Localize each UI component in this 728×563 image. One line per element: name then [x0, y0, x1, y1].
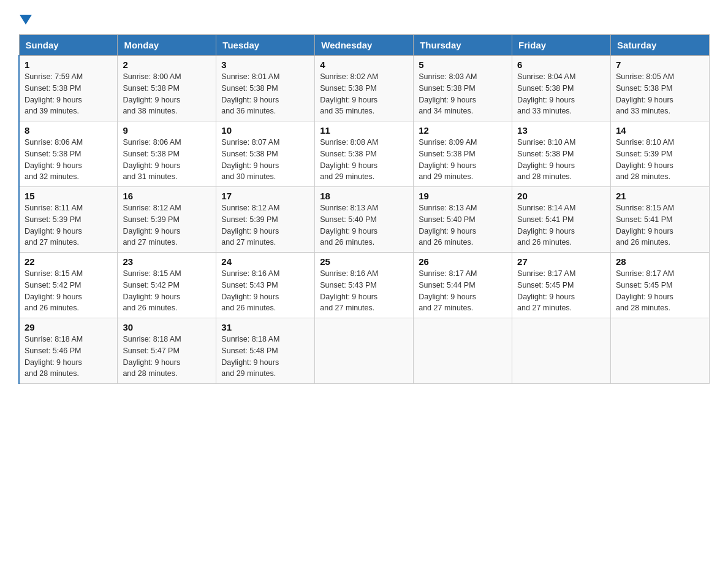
day-number: 22: [25, 256, 112, 267]
day-info: Sunrise: 7:59 AMSunset: 5:38 PMDaylight:…: [25, 71, 112, 117]
header-saturday: Saturday: [611, 35, 710, 56]
day-info: Sunrise: 8:02 AMSunset: 5:38 PMDaylight:…: [320, 71, 408, 117]
day-info: Sunrise: 8:10 AMSunset: 5:39 PMDaylight:…: [616, 137, 704, 183]
day-info: Sunrise: 8:15 AMSunset: 5:42 PMDaylight:…: [25, 268, 112, 314]
calendar-cell: [512, 318, 611, 384]
day-number: 6: [517, 59, 605, 70]
day-number: 2: [123, 59, 211, 70]
day-number: 9: [123, 125, 211, 136]
day-number: 19: [419, 191, 507, 201]
day-info: Sunrise: 8:03 AMSunset: 5:38 PMDaylight:…: [419, 71, 507, 117]
calendar-table: SundayMondayTuesdayWednesdayThursdayFrid…: [18, 34, 710, 384]
day-number: 25: [320, 256, 408, 267]
day-info: Sunrise: 8:12 AMSunset: 5:39 PMDaylight:…: [221, 202, 309, 248]
calendar-cell: [414, 318, 512, 384]
day-number: 8: [25, 125, 112, 136]
day-info: Sunrise: 8:00 AMSunset: 5:38 PMDaylight:…: [123, 71, 211, 117]
calendar-cell: 3Sunrise: 8:01 AMSunset: 5:38 PMDaylight…: [216, 56, 315, 121]
calendar-cell: 15Sunrise: 8:11 AMSunset: 5:39 PMDayligh…: [19, 187, 118, 253]
calendar-cell: [315, 318, 414, 384]
calendar-cell: 2Sunrise: 8:00 AMSunset: 5:38 PMDaylight…: [118, 56, 216, 121]
day-info: Sunrise: 8:10 AMSunset: 5:38 PMDaylight:…: [517, 137, 605, 183]
header-thursday: Thursday: [414, 35, 512, 56]
day-number: 20: [517, 191, 605, 201]
calendar-cell: 18Sunrise: 8:13 AMSunset: 5:40 PMDayligh…: [315, 187, 414, 253]
day-info: Sunrise: 8:15 AMSunset: 5:41 PMDaylight:…: [616, 202, 704, 248]
day-info: Sunrise: 8:17 AMSunset: 5:45 PMDaylight:…: [616, 268, 704, 314]
header-tuesday: Tuesday: [216, 35, 315, 56]
calendar-cell: 19Sunrise: 8:13 AMSunset: 5:40 PMDayligh…: [414, 187, 512, 253]
day-info: Sunrise: 8:07 AMSunset: 5:38 PMDaylight:…: [221, 137, 309, 183]
day-info: Sunrise: 8:17 AMSunset: 5:44 PMDaylight:…: [419, 268, 507, 314]
calendar-cell: 1Sunrise: 7:59 AMSunset: 5:38 PMDaylight…: [19, 56, 118, 121]
page-header: [18, 12, 710, 22]
calendar-cell: 31Sunrise: 8:18 AMSunset: 5:48 PMDayligh…: [216, 318, 315, 384]
day-info: Sunrise: 8:06 AMSunset: 5:38 PMDaylight:…: [123, 137, 211, 183]
calendar-cell: 6Sunrise: 8:04 AMSunset: 5:38 PMDaylight…: [512, 56, 611, 121]
calendar-cell: 26Sunrise: 8:17 AMSunset: 5:44 PMDayligh…: [414, 253, 512, 318]
day-info: Sunrise: 8:06 AMSunset: 5:38 PMDaylight:…: [25, 137, 112, 183]
header-sunday: Sunday: [19, 35, 118, 56]
day-info: Sunrise: 8:18 AMSunset: 5:46 PMDaylight:…: [25, 334, 112, 380]
logo-general: [18, 12, 32, 25]
calendar-header-row: SundayMondayTuesdayWednesdayThursdayFrid…: [19, 35, 710, 56]
day-info: Sunrise: 8:01 AMSunset: 5:38 PMDaylight:…: [221, 71, 309, 117]
day-info: Sunrise: 8:04 AMSunset: 5:38 PMDaylight:…: [517, 71, 605, 117]
header-wednesday: Wednesday: [315, 35, 414, 56]
calendar-week-row: 8Sunrise: 8:06 AMSunset: 5:38 PMDaylight…: [19, 121, 710, 187]
day-info: Sunrise: 8:17 AMSunset: 5:45 PMDaylight:…: [517, 268, 605, 314]
calendar-cell: 17Sunrise: 8:12 AMSunset: 5:39 PMDayligh…: [216, 187, 315, 253]
day-info: Sunrise: 8:09 AMSunset: 5:38 PMDaylight:…: [419, 137, 507, 183]
day-info: Sunrise: 8:14 AMSunset: 5:41 PMDaylight:…: [517, 202, 605, 248]
day-info: Sunrise: 8:13 AMSunset: 5:40 PMDaylight:…: [419, 202, 507, 248]
day-number: 31: [221, 322, 309, 332]
day-number: 26: [419, 256, 507, 267]
day-number: 10: [221, 125, 309, 136]
day-number: 17: [221, 191, 309, 201]
day-number: 15: [25, 191, 112, 201]
day-info: Sunrise: 8:13 AMSunset: 5:40 PMDaylight:…: [320, 202, 408, 248]
calendar-cell: 11Sunrise: 8:08 AMSunset: 5:38 PMDayligh…: [315, 121, 414, 187]
calendar-cell: 14Sunrise: 8:10 AMSunset: 5:39 PMDayligh…: [611, 121, 710, 187]
day-number: 3: [221, 59, 309, 70]
day-number: 24: [221, 256, 309, 267]
day-info: Sunrise: 8:15 AMSunset: 5:42 PMDaylight:…: [123, 268, 211, 314]
day-number: 12: [419, 125, 507, 136]
day-number: 13: [517, 125, 605, 136]
day-info: Sunrise: 8:05 AMSunset: 5:38 PMDaylight:…: [616, 71, 704, 117]
day-info: Sunrise: 8:12 AMSunset: 5:39 PMDaylight:…: [123, 202, 211, 248]
calendar-cell: 16Sunrise: 8:12 AMSunset: 5:39 PMDayligh…: [118, 187, 216, 253]
day-number: 28: [616, 256, 704, 267]
day-info: Sunrise: 8:11 AMSunset: 5:39 PMDaylight:…: [25, 202, 112, 248]
header-monday: Monday: [118, 35, 216, 56]
calendar-cell: 8Sunrise: 8:06 AMSunset: 5:38 PMDaylight…: [19, 121, 118, 187]
calendar-cell: 25Sunrise: 8:16 AMSunset: 5:43 PMDayligh…: [315, 253, 414, 318]
day-info: Sunrise: 8:16 AMSunset: 5:43 PMDaylight:…: [221, 268, 309, 314]
day-number: 18: [320, 191, 408, 201]
calendar-cell: 30Sunrise: 8:18 AMSunset: 5:47 PMDayligh…: [118, 318, 216, 384]
logo: [18, 12, 32, 22]
calendar-cell: 28Sunrise: 8:17 AMSunset: 5:45 PMDayligh…: [611, 253, 710, 318]
day-number: 7: [616, 59, 704, 70]
day-info: Sunrise: 8:18 AMSunset: 5:47 PMDaylight:…: [123, 334, 211, 380]
calendar-cell: 12Sunrise: 8:09 AMSunset: 5:38 PMDayligh…: [414, 121, 512, 187]
day-number: 21: [616, 191, 704, 201]
day-number: 16: [123, 191, 211, 201]
calendar-cell: [611, 318, 710, 384]
day-info: Sunrise: 8:18 AMSunset: 5:48 PMDaylight:…: [221, 334, 309, 380]
calendar-cell: 24Sunrise: 8:16 AMSunset: 5:43 PMDayligh…: [216, 253, 315, 318]
calendar-cell: 27Sunrise: 8:17 AMSunset: 5:45 PMDayligh…: [512, 253, 611, 318]
calendar-cell: 20Sunrise: 8:14 AMSunset: 5:41 PMDayligh…: [512, 187, 611, 253]
day-number: 5: [419, 59, 507, 70]
day-number: 1: [25, 59, 112, 70]
calendar-cell: 13Sunrise: 8:10 AMSunset: 5:38 PMDayligh…: [512, 121, 611, 187]
calendar-cell: 21Sunrise: 8:15 AMSunset: 5:41 PMDayligh…: [611, 187, 710, 253]
day-number: 29: [25, 322, 112, 332]
calendar-week-row: 15Sunrise: 8:11 AMSunset: 5:39 PMDayligh…: [19, 187, 710, 253]
day-number: 23: [123, 256, 211, 267]
day-number: 14: [616, 125, 704, 136]
day-number: 27: [517, 256, 605, 267]
calendar-cell: 9Sunrise: 8:06 AMSunset: 5:38 PMDaylight…: [118, 121, 216, 187]
calendar-cell: 7Sunrise: 8:05 AMSunset: 5:38 PMDaylight…: [611, 56, 710, 121]
calendar-week-row: 29Sunrise: 8:18 AMSunset: 5:46 PMDayligh…: [19, 318, 710, 384]
